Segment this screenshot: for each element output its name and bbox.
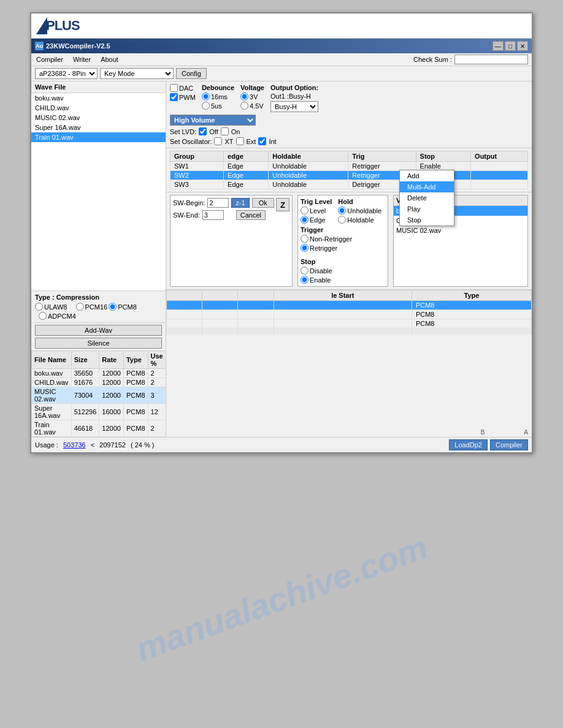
sw-row-1[interactable]: SW1EdgeUnholdableRetriggerEnable bbox=[170, 162, 528, 171]
osc-xt-label: XT bbox=[224, 138, 233, 145]
hold-holdable-radio: Holdable bbox=[338, 216, 381, 224]
lvd-checkbox[interactable] bbox=[199, 127, 207, 135]
sw-row-3[interactable]: SW3EdgeUnholdableDetrigger bbox=[170, 180, 528, 189]
wave-item-child[interactable]: CHILD.wav bbox=[31, 103, 166, 113]
hold-unholdable-input[interactable] bbox=[338, 207, 346, 214]
context-multi-add[interactable]: Multi-Add bbox=[400, 181, 454, 192]
sw-col-edge: edge bbox=[224, 151, 269, 162]
trigger-header: Trigger bbox=[301, 226, 352, 233]
radio-ulaw8-input[interactable] bbox=[35, 303, 43, 311]
menu-about[interactable]: About bbox=[96, 55, 123, 64]
debounce-5us-input[interactable] bbox=[202, 102, 210, 110]
voltage-4-5v: 4.5V bbox=[240, 102, 264, 110]
trig-level-radio: Level bbox=[301, 207, 332, 214]
sw-begin-input[interactable] bbox=[207, 198, 229, 208]
osc-ext-checkbox[interactable] bbox=[236, 137, 244, 145]
stop-enable-input[interactable] bbox=[301, 276, 308, 284]
radio-pcm16-label: PCM16 bbox=[85, 303, 108, 311]
hold-holdable-input[interactable] bbox=[338, 216, 346, 224]
sw-end-input[interactable] bbox=[202, 210, 224, 220]
file-row-train01[interactable]: Train 01.wav4661812000PCM82 bbox=[32, 420, 166, 437]
stop-disable-input[interactable] bbox=[301, 267, 308, 275]
trigger-non-retrig-input[interactable] bbox=[301, 235, 308, 243]
chip-select[interactable]: aP23682 - 8Pin bbox=[35, 68, 98, 79]
context-add[interactable]: Add bbox=[400, 170, 454, 181]
wave-item-train01[interactable]: Train 01.wav bbox=[31, 132, 166, 142]
radio-pcm16: PCM16 bbox=[76, 303, 108, 311]
cancel-button[interactable]: Cancel bbox=[236, 210, 266, 220]
sw-table: Group edge Holdable Trig Stop Output SW1… bbox=[170, 151, 528, 189]
minimize-button[interactable]: — bbox=[492, 41, 504, 51]
voltage-3v-input[interactable] bbox=[240, 93, 248, 100]
rt-row-3[interactable]: PCM8 bbox=[167, 319, 532, 328]
mode-select[interactable]: Key Mode bbox=[100, 68, 174, 79]
menu-writer[interactable]: Writer bbox=[68, 55, 96, 64]
wave-file-header: Wave File bbox=[31, 82, 166, 93]
z-button[interactable]: Z bbox=[276, 198, 289, 211]
logo-area: PLUS bbox=[31, 13, 532, 39]
trig-edge-radio: Edge bbox=[301, 216, 332, 224]
debounce-16ms-input[interactable] bbox=[202, 93, 210, 100]
file-row-super16a[interactable]: Super 16A.wav51229616000PCM812 bbox=[32, 404, 166, 420]
file-row-boku[interactable]: boku.wav3565012000PCM82 bbox=[32, 369, 166, 378]
pwm-checkbox[interactable] bbox=[170, 93, 178, 101]
osc-int-checkbox[interactable] bbox=[258, 137, 266, 145]
voltage-4-5v-input[interactable] bbox=[240, 102, 248, 110]
checksum-section: Check Sum : bbox=[410, 53, 532, 66]
sw-col-trig: Trig bbox=[348, 151, 416, 162]
trig-level-input[interactable] bbox=[301, 207, 308, 214]
debounce-16ms-label: 16ms bbox=[211, 93, 228, 100]
z1-button[interactable]: z-1 bbox=[231, 198, 249, 208]
usage-value: 503736 bbox=[63, 441, 86, 449]
add-wav-button[interactable]: Add-Wav bbox=[35, 325, 162, 336]
silence-button[interactable]: Silence bbox=[35, 338, 162, 349]
checksum-input[interactable] bbox=[454, 55, 528, 64]
ok-button[interactable]: Ok bbox=[252, 198, 274, 208]
title-controls: — □ ✕ bbox=[492, 41, 528, 51]
compiler-button[interactable]: Compiler bbox=[490, 439, 528, 450]
maximize-button[interactable]: □ bbox=[505, 41, 516, 51]
config-button[interactable]: Config bbox=[176, 68, 207, 79]
trigger-retrig-input[interactable] bbox=[301, 244, 308, 252]
add-silence-btns: Add-Wav Silence bbox=[31, 323, 166, 351]
voltage-section: Voltage 3V 4.5V bbox=[240, 84, 264, 110]
rt-row-1[interactable]: PCM8 bbox=[167, 301, 532, 310]
radio-pcm16-input[interactable] bbox=[76, 303, 84, 311]
wave-list: boku.wav CHILD.wav MUSIC 02.wav Super 16… bbox=[31, 93, 166, 291]
trig-edge-input[interactable] bbox=[301, 216, 308, 224]
radio-pcm8-input[interactable] bbox=[109, 303, 117, 311]
right-panel: DAC PWM Debounce 16ms bbox=[166, 82, 532, 437]
context-delete[interactable]: Delete bbox=[400, 192, 454, 203]
dac-checkbox[interactable] bbox=[170, 84, 178, 92]
file-row-music02[interactable]: MUSIC 02.wav7300412000PCM83 bbox=[32, 387, 166, 404]
col-filename: File Name bbox=[32, 351, 72, 369]
hold-unholdable-label: Unholdable bbox=[347, 207, 381, 214]
right-top: DAC PWM Debounce 16ms bbox=[166, 82, 532, 148]
voice-file-music02[interactable]: MUSIC 02.wav bbox=[394, 226, 527, 235]
context-play[interactable]: Play bbox=[400, 203, 454, 214]
sw-row-2[interactable]: SW2EdgeUnholdableRetriggerEnable bbox=[170, 171, 528, 180]
col-rate: Rate bbox=[99, 351, 124, 369]
sw-begin-end-panel: SW-Begin: z-1 Ok SW-End: Cancel Z bbox=[170, 195, 293, 287]
stop-disable: Disable bbox=[301, 267, 332, 275]
voltage-3v: 3V bbox=[240, 93, 264, 100]
context-stop[interactable]: Stop bbox=[400, 214, 454, 226]
lvd-on-checkbox[interactable] bbox=[221, 127, 229, 135]
sw-col-stop: Stop bbox=[416, 151, 470, 162]
load-dp2-button[interactable]: LoadDp2 bbox=[449, 439, 488, 450]
wave-item-boku[interactable]: boku.wav bbox=[31, 93, 166, 103]
stop-section: Stop Disable Enable bbox=[301, 258, 332, 284]
radio-adpcm4-input[interactable] bbox=[39, 312, 47, 320]
menu-compiler[interactable]: Compiler bbox=[31, 55, 68, 64]
voltage-label: Voltage bbox=[240, 84, 264, 91]
context-menu: Add Multi-Add Delete Play Stop bbox=[399, 170, 454, 226]
radio-adpcm4: ADPCM4 bbox=[39, 312, 76, 320]
output-dropdown[interactable]: Busy-H Busy-L Done-H Done-L bbox=[270, 101, 318, 112]
osc-xt-checkbox[interactable] bbox=[214, 137, 222, 145]
volume-dropdown[interactable]: High Volume Medium Volume Low Volume bbox=[170, 115, 256, 126]
close-button[interactable]: ✕ bbox=[517, 41, 528, 51]
file-row-child[interactable]: CHILD.wav9167612000PCM82 bbox=[32, 378, 166, 387]
rt-row-2[interactable]: PCM8 bbox=[167, 310, 532, 319]
wave-item-super16a[interactable]: Super 16A.wav bbox=[31, 123, 166, 132]
wave-item-music02[interactable]: MUSIC 02.wav bbox=[31, 113, 166, 123]
